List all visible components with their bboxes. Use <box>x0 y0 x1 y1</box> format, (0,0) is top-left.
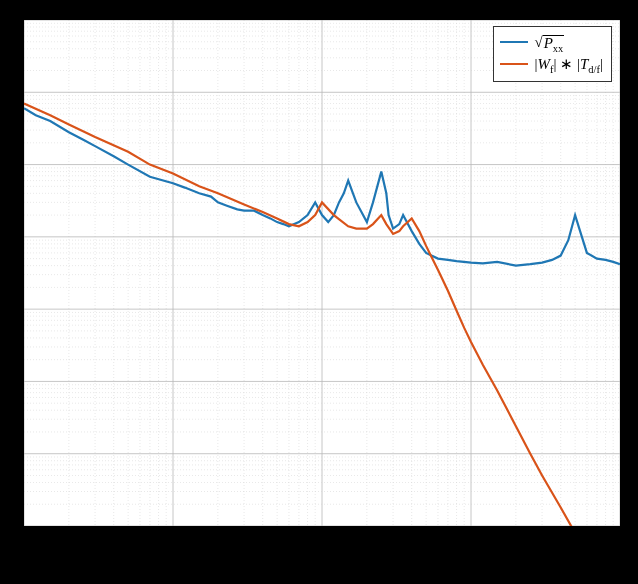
sqrt-symbol: √ Pxx <box>534 35 564 51</box>
legend-label-2: |Wf| ∗ |Td/f| <box>534 55 603 73</box>
legend-line-blue <box>500 41 528 43</box>
legend-line-orange <box>500 63 528 65</box>
chart-svg <box>24 20 620 526</box>
plot-area: √ Pxx |Wf| ∗ |Td/f| <box>22 18 622 528</box>
x-tick-marks <box>22 528 622 542</box>
legend-label-1: √ Pxx <box>534 34 564 51</box>
legend: √ Pxx |Wf| ∗ |Td/f| <box>493 26 612 82</box>
grid <box>24 20 620 526</box>
legend-entry-1: √ Pxx <box>500 31 603 53</box>
legend-entry-2: |Wf| ∗ |Td/f| <box>500 53 603 75</box>
